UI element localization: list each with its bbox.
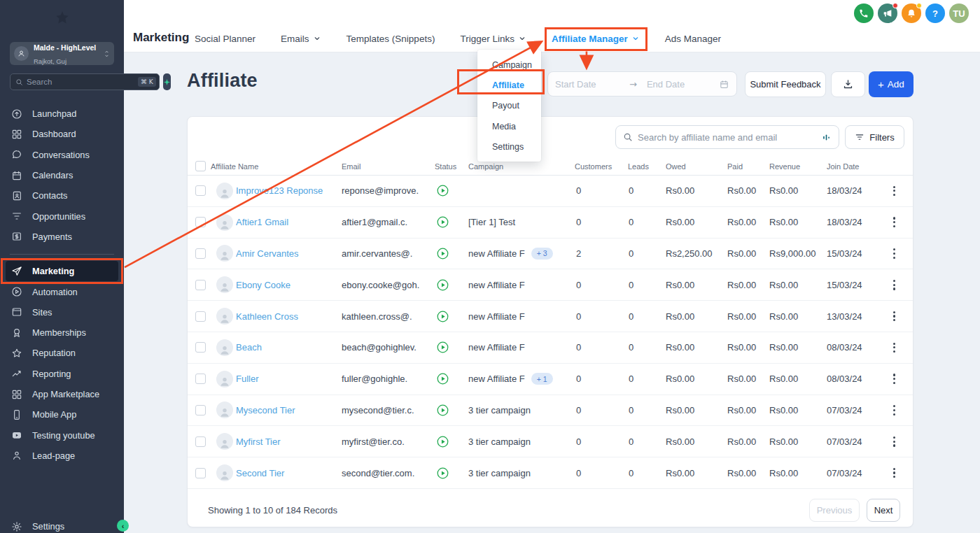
affiliate-name-link[interactable]: Aftier1 Gmail xyxy=(236,207,288,238)
actions-cell xyxy=(889,395,899,426)
topbar-icons: ?TU xyxy=(854,3,969,23)
start-date-input[interactable] xyxy=(555,79,620,90)
help-glyph: ? xyxy=(932,8,938,19)
avatar xyxy=(216,464,233,481)
filters-button[interactable]: Filters xyxy=(845,125,904,149)
tab-ads-manager[interactable]: Ads Manager xyxy=(665,34,721,44)
affiliate-search-input[interactable] xyxy=(638,132,816,143)
sidebar-item-testing-youtube[interactable]: Testing youtube xyxy=(6,425,118,445)
sidebar-item-opportunities[interactable]: Opportunities xyxy=(6,206,118,226)
row-checkbox-cell xyxy=(195,239,206,269)
sidebar-item-label: Sites xyxy=(32,307,52,318)
menu-item-affiliate[interactable]: Affiliate xyxy=(477,75,541,95)
email-cell: ebony.cooke@goh. xyxy=(342,269,419,300)
conversations-icon xyxy=(11,149,22,160)
affiliate-name-link[interactable]: Fuller xyxy=(236,364,259,395)
tab-label: Ads Manager xyxy=(665,34,721,44)
affiliate-name-link[interactable]: Beach xyxy=(236,332,262,363)
sidebar-item-conversations[interactable]: Conversations xyxy=(6,145,118,165)
row-checkbox[interactable] xyxy=(195,342,206,353)
affiliate-name-link[interactable]: Improve123 Reponse xyxy=(236,176,323,206)
sidebar-item-automation[interactable]: Automation xyxy=(6,281,118,301)
help-icon-button[interactable]: ? xyxy=(925,3,945,23)
tab-emails[interactable]: Emails xyxy=(281,34,321,44)
affiliate-search[interactable] xyxy=(615,125,839,149)
sidebar-item-dashboard[interactable]: Dashboard xyxy=(6,124,118,144)
end-date-input[interactable] xyxy=(647,79,711,90)
kebab-menu-icon[interactable] xyxy=(889,213,899,232)
tab-affiliate-manager[interactable]: Affiliate Manager xyxy=(552,34,640,44)
submit-feedback-button[interactable]: Submit Feedback xyxy=(745,71,826,97)
menu-item-media[interactable]: Media xyxy=(477,116,541,136)
affiliate-name-link[interactable]: Kathleen Cross xyxy=(236,301,298,332)
tab-social-planner[interactable]: Social Planner xyxy=(195,34,255,44)
sidebar-item-calendars[interactable]: Calendars xyxy=(6,165,118,185)
sidebar-item-contacts[interactable]: Contacts xyxy=(6,185,118,206)
sidebar-search[interactable]: ⌘ K xyxy=(10,73,160,90)
paid-cell: Rs0.00 xyxy=(727,176,756,206)
row-checkbox[interactable] xyxy=(195,374,206,384)
kebab-menu-icon[interactable] xyxy=(889,401,899,420)
select-all-checkbox[interactable] xyxy=(195,161,206,171)
bell-icon-button[interactable] xyxy=(902,3,921,23)
kebab-menu-icon[interactable] xyxy=(889,339,899,357)
ai-spark-button[interactable] xyxy=(163,73,171,90)
sidebar-item-lead-page[interactable]: Lead-page xyxy=(6,446,118,466)
sidebar-item-launchpad[interactable]: Launchpad xyxy=(6,104,118,124)
sidebar-collapse-button[interactable]: ‹ xyxy=(117,520,129,532)
menu-item-settings[interactable]: Settings xyxy=(477,137,541,157)
next-button[interactable]: Next xyxy=(867,499,900,522)
sidebar-item-marketing[interactable]: Marketing xyxy=(6,261,118,281)
avatar-cell xyxy=(216,239,233,269)
affiliate-name-link[interactable]: Ebony Cooke xyxy=(236,269,290,300)
add-button[interactable]: + Add xyxy=(869,71,913,97)
menu-item-campaign[interactable]: Campaign xyxy=(477,55,541,75)
row-checkbox[interactable] xyxy=(195,280,206,290)
kebab-menu-icon[interactable] xyxy=(889,369,899,388)
tab-templates-snippets[interactable]: Templates (Snippets) xyxy=(346,34,435,44)
affiliate-name-link[interactable]: Amir Cervantes xyxy=(236,239,299,269)
row-checkbox[interactable] xyxy=(195,217,206,227)
affiliate-name-link[interactable]: Second Tier xyxy=(236,457,284,488)
sidebar-item-app-marketplace[interactable]: App Marketplace xyxy=(6,384,118,404)
row-checkbox[interactable] xyxy=(195,468,206,478)
campaign-count-badge[interactable]: + 3 xyxy=(531,248,553,260)
row-checkbox[interactable] xyxy=(195,436,206,447)
tab-trigger-links[interactable]: Trigger Links xyxy=(460,34,526,44)
kebab-menu-icon[interactable] xyxy=(889,432,899,451)
user-avatar[interactable]: TU xyxy=(949,3,969,23)
sidebar-item-settings[interactable]: Settings xyxy=(6,516,118,533)
sidebar-item-sites[interactable]: Sites xyxy=(6,302,118,322)
kebab-menu-icon[interactable] xyxy=(889,307,899,326)
affiliate-name-link[interactable]: Mysecond Tier xyxy=(236,395,295,426)
mobile-app-icon xyxy=(11,409,22,420)
row-checkbox[interactable] xyxy=(195,405,206,415)
row-checkbox[interactable] xyxy=(195,311,206,322)
row-checkbox[interactable] xyxy=(195,185,206,196)
phone-icon-button[interactable] xyxy=(854,3,874,23)
sidebar-item-reputation[interactable]: Reputation xyxy=(6,343,118,363)
avatar xyxy=(216,371,233,388)
sidebar-item-label: Reputation xyxy=(32,348,76,358)
sidebar-item-payments[interactable]: Payments xyxy=(6,227,118,247)
date-range-picker[interactable]: → xyxy=(547,71,737,97)
voice-search-icon[interactable] xyxy=(821,132,832,143)
kebab-menu-icon[interactable] xyxy=(889,244,899,263)
affiliate-name-link[interactable]: Myfirst Tier xyxy=(236,426,281,457)
campaign-count-badge[interactable]: + 1 xyxy=(531,373,553,385)
kebab-menu-icon[interactable] xyxy=(889,276,899,294)
row-checkbox[interactable] xyxy=(195,248,206,259)
leads-cell: 0 xyxy=(629,239,634,269)
kebab-menu-icon[interactable] xyxy=(889,182,899,201)
previous-button[interactable]: Previous xyxy=(809,499,860,522)
kebab-menu-icon[interactable] xyxy=(889,464,899,483)
menu-item-payout[interactable]: Payout xyxy=(477,96,541,116)
sidebar-item-reporting[interactable]: Reporting xyxy=(6,364,118,384)
sidebar-item-memberships[interactable]: Memberships xyxy=(6,322,118,343)
megaphone-icon-button[interactable] xyxy=(878,3,897,23)
agency-switcher[interactable]: Malde - HighLevel Rajkot, Guj xyxy=(10,42,114,65)
sidebar-item-mobile-app[interactable]: Mobile App xyxy=(6,404,118,425)
actions-cell xyxy=(889,332,899,363)
download-button[interactable] xyxy=(831,71,865,97)
sidebar-search-input[interactable] xyxy=(27,78,134,86)
